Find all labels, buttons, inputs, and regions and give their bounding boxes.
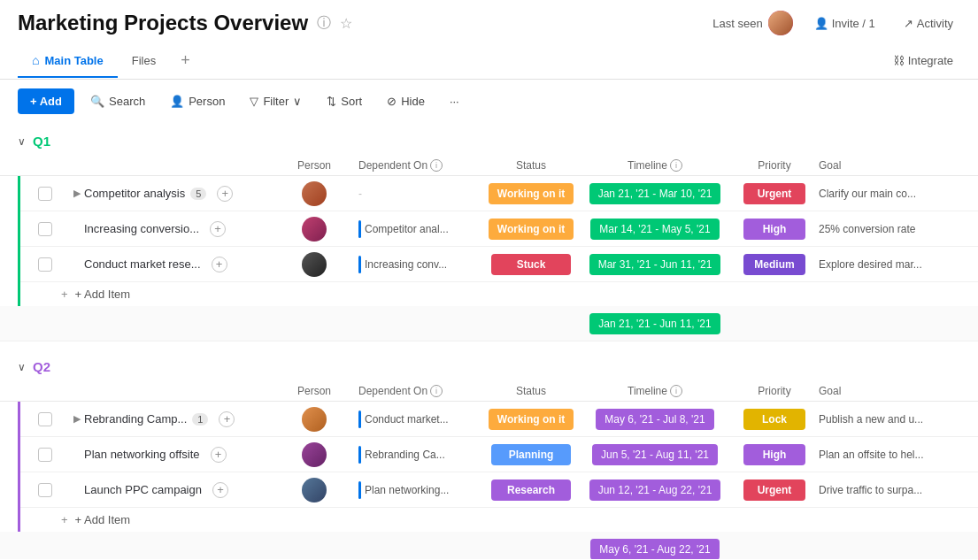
group-q1-header: ∨ Q1 [0, 123, 978, 156]
integrate-icon: ⛓ [893, 54, 905, 67]
dependent-cell: Competitor anal... [358, 220, 482, 238]
search-label: Search [109, 95, 145, 108]
tab-main-table[interactable]: ⌂ Main Table [18, 44, 118, 78]
integrate-button[interactable]: ⛓ Integrate [886, 50, 960, 71]
status-badge[interactable]: Research [491, 479, 571, 501]
group-q2-toggle[interactable]: ∨ [18, 361, 26, 373]
add-sub-item-icon[interactable]: + [210, 221, 226, 237]
add-tab-button[interactable]: + [170, 42, 201, 79]
row-expand-icon[interactable]: ▶ [73, 188, 81, 199]
add-item-plus-icon: + [61, 288, 68, 301]
page-header: Marketing Projects Overview ⓘ ☆ Last see… [0, 0, 978, 42]
add-sub-item-icon[interactable]: + [219, 411, 235, 427]
row-name-text: Conduct market rese... [84, 257, 201, 271]
add-sub-item-icon[interactable]: + [211, 447, 227, 463]
status-cell[interactable]: Working on it [482, 409, 580, 430]
dep-bar [358, 256, 361, 273]
checkbox[interactable] [38, 412, 52, 426]
toolbar: + Add 🔍 Search 👤 Person ▽ Filter ∨ ⇅ Sor… [0, 80, 978, 123]
person-header: Person [270, 385, 358, 397]
status-cell[interactable]: Working on it [482, 183, 580, 204]
add-item-q2[interactable]: + + Add Item [20, 508, 978, 532]
tab-files[interactable]: Files [118, 45, 170, 78]
add-sub-item-icon[interactable]: + [217, 186, 233, 202]
timeline-info-icon-q2[interactable]: i [670, 385, 682, 397]
person-cell [270, 252, 358, 277]
row-check [38, 187, 73, 201]
integrate-label: Integrate [908, 54, 953, 67]
search-button[interactable]: 🔍 Search [81, 89, 154, 113]
dependent-header: Dependent On i [358, 385, 482, 397]
status-cell[interactable]: Planning [482, 444, 580, 465]
timeline-cell: Jun 12, '21 - Aug 22, '21 [580, 479, 730, 501]
timeline-header: Timeline i [580, 385, 730, 397]
more-button[interactable]: ··· [441, 89, 468, 113]
timeline-header: Timeline i [580, 159, 730, 172]
status-cell[interactable]: Stuck [482, 254, 580, 275]
q2-column-headers: Person Dependent On i Status Timeline i … [0, 381, 978, 402]
row-badge: 1 [192, 413, 208, 426]
person-avatar [302, 217, 327, 242]
priority-badge: Lock [743, 409, 805, 430]
status-cell[interactable]: Research [482, 479, 580, 501]
dependent-cell: Rebranding Ca... [358, 446, 482, 464]
status-badge[interactable]: Working on it [489, 183, 574, 204]
checkbox[interactable] [38, 483, 52, 497]
add-sub-item-icon[interactable]: + [212, 482, 228, 498]
row-name-cell: Rebranding Camp... 1 + [84, 411, 270, 427]
checkbox[interactable] [38, 448, 52, 462]
add-item-q1[interactable]: + + Add Item [20, 282, 978, 306]
status-badge[interactable]: Planning [491, 444, 571, 465]
dep-dash: - [358, 188, 362, 200]
sort-button[interactable]: ⇅ Sort [318, 89, 371, 113]
timeline-info-icon[interactable]: i [670, 159, 682, 172]
tabs-bar: ⌂ Main Table Files + ⛓ Integrate [0, 42, 978, 80]
row-name-cell: Conduct market rese... + [84, 257, 270, 272]
status-badge[interactable]: Working on it [489, 409, 574, 430]
row-expand-icon[interactable]: ▶ [73, 413, 81, 425]
person-cell [270, 181, 358, 206]
dep-text: Increasing conv... [365, 258, 447, 271]
checkbox[interactable] [38, 257, 52, 272]
dep-bar [358, 446, 361, 464]
person-label: Person [189, 95, 225, 108]
checkbox[interactable] [38, 222, 52, 236]
status-badge[interactable]: Working on it [489, 219, 574, 240]
status-cell[interactable]: Working on it [482, 219, 580, 240]
sort-icon: ⇅ [327, 95, 336, 108]
invite-button[interactable]: 👤 Invite / 1 [807, 13, 882, 34]
row-check [38, 483, 73, 497]
table-row: ▶ Increasing conversio... + Competitor a… [20, 211, 978, 247]
last-seen-label: Last seen [712, 17, 762, 30]
group-q2: ∨ Q2 Person Dependent On i Status Timeli… [0, 349, 978, 559]
group-q2-name: Q2 [33, 359, 50, 374]
dependent-info-icon[interactable]: i [430, 159, 443, 172]
star-icon[interactable]: ☆ [340, 15, 352, 32]
person-avatar [302, 442, 327, 467]
add-item-plus-icon: + [61, 513, 68, 526]
hide-button[interactable]: ⊘ Hide [378, 89, 434, 113]
group-q1: ∨ Q1 Person Dependent On i Status Timeli… [0, 123, 978, 341]
timeline-badge: Jan 21, '21 - Mar 10, '21 [589, 183, 721, 204]
priority-badge: Urgent [743, 183, 805, 204]
filter-button[interactable]: ▽ Filter ∨ [241, 89, 311, 113]
dep-text: Plan networking... [365, 484, 449, 496]
priority-header: Priority [730, 385, 819, 397]
group-q1-toggle[interactable]: ∨ [18, 135, 26, 148]
activity-button[interactable]: ↗ Activity [897, 13, 960, 34]
timeline-cell: Jan 21, '21 - Mar 10, '21 [580, 183, 730, 204]
priority-badge: High [743, 444, 805, 465]
dependent-info-icon-q2[interactable]: i [430, 385, 443, 397]
info-icon[interactable]: ⓘ [317, 14, 331, 33]
dep-bar [358, 220, 361, 238]
table-row: ▶ Launch PPC campaign + Plan networking.… [20, 472, 978, 508]
add-button[interactable]: + Add [18, 88, 74, 114]
checkbox[interactable] [38, 187, 52, 201]
status-badge[interactable]: Stuck [491, 254, 571, 275]
person-button[interactable]: 👤 Person [161, 89, 234, 113]
priority-cell: Medium [730, 254, 819, 275]
search-icon: 🔍 [90, 95, 104, 108]
avatar [768, 11, 793, 35]
add-sub-item-icon[interactable]: + [212, 257, 227, 272]
table-icon: ⌂ [32, 53, 39, 67]
